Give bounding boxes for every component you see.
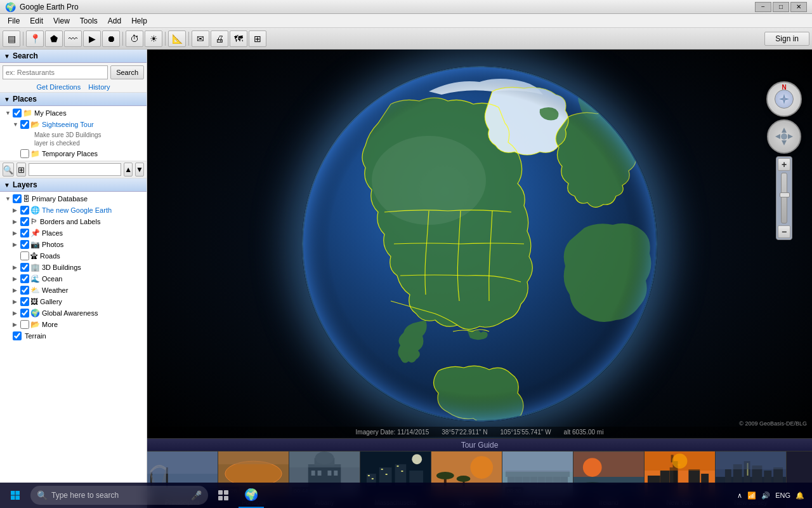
menu-bar: File Edit View Tools Add Help <box>0 14 812 28</box>
places-item-temporary[interactable]: 📁 Temporary Places <box>0 148 147 159</box>
globe-container[interactable] <box>147 50 812 438</box>
record-tour-button[interactable]: ⏺ <box>102 30 120 47</box>
roads-checkbox[interactable] <box>20 251 29 260</box>
ruler-button[interactable]: 📐 <box>168 30 186 47</box>
places-layer-icon: 📌 <box>30 229 40 237</box>
menu-tools[interactable]: Tools <box>75 15 103 27</box>
get-directions-link[interactable]: Get Directions <box>37 83 81 91</box>
temporary-label: Temporary Places <box>42 150 98 157</box>
places-item-myplaces[interactable]: ▼ 📁 My Places <box>0 107 147 119</box>
add-polygon-button[interactable]: ⬟ <box>45 30 63 47</box>
roads-label: Roads <box>40 252 60 260</box>
layers-header[interactable]: ▼ Layers <box>0 178 147 192</box>
compass[interactable]: N <box>766 81 802 117</box>
historical-imagery-button[interactable]: ⏱ <box>126 30 143 47</box>
zoom-out-button[interactable]: − <box>778 225 790 238</box>
layer-terrain[interactable]: Terrain <box>0 330 147 342</box>
places-layer-checkbox[interactable] <box>20 229 29 237</box>
places-search-box[interactable] <box>29 163 121 176</box>
layer-weather[interactable]: ▶ ⛅ Weather <box>0 284 147 296</box>
email-button[interactable]: ✉ <box>192 30 209 47</box>
zoom-slider[interactable] <box>781 173 787 224</box>
search-input[interactable] <box>3 65 108 79</box>
menu-help[interactable]: Help <box>126 15 152 27</box>
myplaces-expander[interactable]: ▼ <box>5 110 13 116</box>
layer-3d-buildings[interactable]: ▶ 🏢 3D Buildings <box>0 262 147 273</box>
borders-checkbox[interactable] <box>20 217 29 226</box>
google-earth-taskbar-button[interactable]: 🌍 <box>239 483 264 508</box>
start-button[interactable] <box>3 483 28 508</box>
menu-view[interactable]: View <box>48 15 75 27</box>
new-ge-label[interactable]: The new Google Earth <box>42 206 112 214</box>
layer-more[interactable]: ▶ 📂 More <box>0 319 147 330</box>
globe[interactable] <box>302 66 657 422</box>
history-link[interactable]: History <box>88 83 110 91</box>
search-button[interactable]: Search <box>110 65 144 79</box>
new-ge-checkbox[interactable] <box>20 206 29 215</box>
places-toolbar: 🔍 ⊞ ▲ ▼ <box>0 161 147 178</box>
svg-rect-20 <box>147 451 218 474</box>
maximize-button[interactable]: □ <box>773 2 789 12</box>
layer-global-awareness[interactable]: ▶ 🌍 Global Awareness <box>0 307 147 319</box>
menu-add[interactable]: Add <box>103 15 126 27</box>
add-path-button[interactable]: 〰 <box>64 30 82 47</box>
primary-db-checkbox[interactable] <box>13 194 22 203</box>
sightseeing-expander[interactable]: ▼ <box>13 121 20 128</box>
svg-rect-42 <box>381 469 383 470</box>
svg-rect-41 <box>372 478 374 479</box>
layer-gallery[interactable]: ▶ 🖼 Gallery <box>0 296 147 307</box>
search-header[interactable]: ▼ Search <box>0 50 147 63</box>
chevron-icon[interactable]: ∧ <box>737 491 742 500</box>
buildings-checkbox[interactable] <box>20 263 29 272</box>
more-button[interactable]: ⊞ <box>249 30 266 47</box>
view-maps-button[interactable]: 🗺 <box>230 30 247 47</box>
menu-edit[interactable]: Edit <box>25 15 48 27</box>
tour-guide-header: Tour Guide <box>147 439 812 451</box>
sightseeing-note: Make sure 3D Buildingslayer is checked <box>0 130 147 148</box>
svg-rect-44 <box>396 465 398 467</box>
global-awareness-checkbox[interactable] <box>20 309 29 318</box>
more-layers-checkbox[interactable] <box>20 320 29 329</box>
sidebar-toggle-button[interactable]: ▤ <box>3 30 20 47</box>
places-search-icon-btn[interactable]: 🔍 <box>3 163 14 177</box>
sun-button[interactable]: ☀ <box>145 30 162 47</box>
notification-icon[interactable]: 🔔 <box>796 491 804 500</box>
places-layers-btn[interactable]: ⊞ <box>16 163 26 177</box>
add-tour-button[interactable]: ▶ <box>83 30 101 47</box>
weather-checkbox[interactable] <box>20 286 29 295</box>
pan-controls[interactable] <box>767 119 801 154</box>
places-item-sightseeing[interactable]: ▼ 📂 Sightseeing Tour <box>0 119 147 130</box>
layer-places[interactable]: ▶ 📌 Places <box>0 227 147 239</box>
volume-icon[interactable]: 🔊 <box>761 491 770 500</box>
close-button[interactable]: ✕ <box>790 2 807 12</box>
sign-in-button[interactable]: Sign in <box>764 32 809 46</box>
print-button[interactable]: 🖨 <box>211 30 228 47</box>
task-view-button[interactable] <box>211 483 236 508</box>
layer-primary-database[interactable]: ▼ 🗄 Primary Database <box>0 193 147 204</box>
layer-photos[interactable]: ▶ 📷 Photos <box>0 239 147 250</box>
map-area[interactable]: N <box>147 50 812 508</box>
temporary-checkbox[interactable] <box>20 149 29 158</box>
places-down-btn[interactable]: ▼ <box>135 163 144 177</box>
zoom-in-button[interactable]: + <box>778 158 790 171</box>
places-up-btn[interactable]: ▲ <box>124 163 133 177</box>
layer-new-google-earth[interactable]: ▶ 🌐 The new Google Earth <box>0 204 147 216</box>
gallery-checkbox[interactable] <box>20 297 29 306</box>
minimize-button[interactable]: − <box>755 2 771 12</box>
layer-ocean[interactable]: ▶ 🌊 Ocean <box>0 273 147 284</box>
taskbar-search-box[interactable]: 🔍 🎤 <box>30 486 208 505</box>
svg-point-46 <box>412 454 422 464</box>
terrain-checkbox[interactable] <box>13 331 22 340</box>
places-header[interactable]: ▼ Places <box>0 93 147 106</box>
sightseeing-checkbox[interactable] <box>20 120 29 129</box>
layer-roads[interactable]: 🛣 Roads <box>0 250 147 262</box>
sightseeing-label[interactable]: Sightseeing Tour <box>42 121 94 128</box>
taskbar-search-input[interactable] <box>51 491 187 500</box>
myplaces-checkbox[interactable] <box>13 109 22 117</box>
network-icon[interactable]: 📶 <box>747 491 756 500</box>
ocean-checkbox[interactable] <box>20 274 29 283</box>
menu-file[interactable]: File <box>3 15 25 27</box>
add-placemark-button[interactable]: 📍 <box>26 30 44 47</box>
layer-borders[interactable]: ▶ 🏳 Borders and Labels <box>0 216 147 227</box>
photos-checkbox[interactable] <box>20 240 29 249</box>
